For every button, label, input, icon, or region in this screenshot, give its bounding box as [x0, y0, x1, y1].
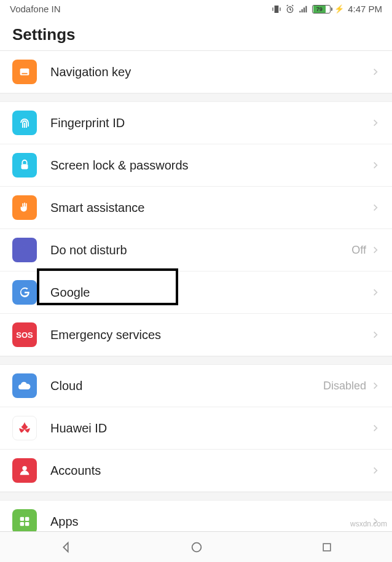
- row-huawei-id[interactable]: Huawei ID: [0, 407, 392, 450]
- row-label: Accounts: [50, 464, 371, 478]
- row-smart-assistance[interactable]: Smart assistance: [0, 187, 392, 229]
- carrier-label: Vodafone IN: [10, 4, 61, 14]
- svg-point-9: [192, 542, 202, 552]
- status-icons: 79 ⚡ 4:47 PM: [272, 4, 382, 14]
- apps-icon: [12, 509, 37, 534]
- huawei-icon: [12, 416, 37, 440]
- nav-back-icon[interactable]: [59, 541, 73, 554]
- row-label: Do not disturb: [50, 243, 351, 257]
- lock-icon: [12, 153, 37, 178]
- fingerprint-icon: [12, 111, 37, 135]
- row-label: Google: [50, 286, 371, 300]
- status-bar: Vodafone IN 79 ⚡ 4:47 PM: [0, 0, 392, 17]
- moon-icon: [12, 238, 37, 262]
- chevron-right-icon: [371, 380, 380, 392]
- battery-icon: 79: [312, 5, 331, 14]
- row-label: Huawei ID: [50, 421, 371, 435]
- row-navigation-key[interactable]: Navigation key: [0, 51, 392, 93]
- account-icon: [12, 458, 37, 483]
- vibrate-icon: [272, 4, 281, 14]
- svg-rect-2: [22, 73, 27, 74]
- hand-icon: [12, 195, 37, 220]
- row-label: Navigation key: [50, 65, 371, 79]
- section-divider: [0, 492, 392, 501]
- page-title: Settings: [0, 17, 392, 51]
- row-google[interactable]: Google: [0, 271, 392, 314]
- svg-rect-1: [20, 69, 29, 76]
- row-label: Smart assistance: [50, 201, 371, 215]
- chevron-right-icon: [371, 66, 380, 78]
- row-emergency-services[interactable]: SOS Emergency services: [0, 314, 392, 356]
- chevron-right-icon: [371, 286, 380, 299]
- row-accounts[interactable]: Accounts: [0, 450, 392, 492]
- clock-label: 4:47 PM: [348, 4, 382, 14]
- signal-icon: [299, 4, 308, 14]
- google-icon: [12, 280, 37, 305]
- svg-rect-8: [25, 522, 29, 526]
- chevron-right-icon: [371, 329, 380, 341]
- charging-icon: ⚡: [334, 4, 344, 14]
- watermark: wsxdn.com: [350, 520, 387, 528]
- svg-rect-3: [22, 164, 28, 169]
- nav-recent-icon[interactable]: [321, 541, 333, 553]
- row-do-not-disturb[interactable]: Do not disturb Off: [0, 229, 392, 271]
- row-label: Apps: [50, 515, 371, 529]
- svg-rect-7: [20, 522, 24, 526]
- nav-home-icon[interactable]: [190, 541, 203, 554]
- chevron-right-icon: [371, 159, 380, 171]
- section-divider: [0, 93, 392, 102]
- row-screen-lock[interactable]: Screen lock & passwords: [0, 144, 392, 187]
- svg-rect-5: [20, 517, 24, 521]
- chevron-right-icon: [371, 464, 380, 477]
- row-cloud[interactable]: Cloud Disabled: [0, 365, 392, 407]
- row-value: Disabled: [323, 380, 366, 392]
- navigation-key-icon: [12, 60, 37, 84]
- row-label: Fingerprint ID: [50, 116, 371, 130]
- svg-point-4: [22, 466, 26, 470]
- row-value: Off: [351, 244, 366, 257]
- section-divider: [0, 356, 392, 365]
- row-label: Screen lock & passwords: [50, 158, 371, 173]
- svg-rect-6: [25, 517, 29, 521]
- row-label: Cloud: [50, 379, 323, 393]
- row-fingerprint-id[interactable]: Fingerprint ID: [0, 102, 392, 144]
- nav-bar: [0, 531, 392, 562]
- chevron-right-icon: [371, 117, 380, 129]
- svg-rect-10: [323, 544, 331, 551]
- sos-icon: SOS: [12, 322, 37, 347]
- chevron-right-icon: [371, 244, 380, 256]
- chevron-right-icon: [371, 201, 380, 214]
- row-label: Emergency services: [50, 328, 371, 342]
- cloud-icon: [12, 373, 37, 398]
- chevron-right-icon: [371, 422, 380, 434]
- alarm-icon: [285, 4, 295, 14]
